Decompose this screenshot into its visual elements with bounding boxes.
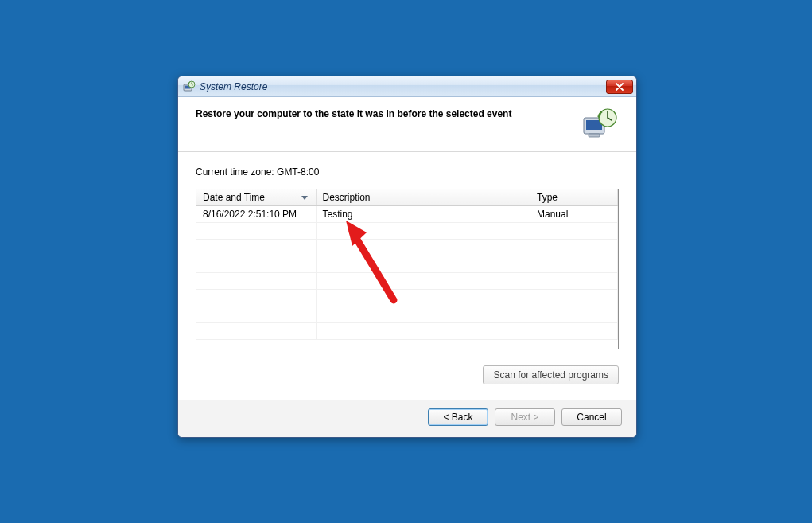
timezone-label: Current time zone: GMT-8:00 xyxy=(196,166,619,178)
svg-rect-6 xyxy=(589,134,600,137)
table-row-empty: . xyxy=(196,273,618,290)
system-restore-icon xyxy=(183,80,196,93)
wizard-header: Restore your computer to the state it wa… xyxy=(178,97,636,152)
table-row-empty: . xyxy=(196,240,618,256)
cell-datetime: 8/16/2022 2:51:10 PM xyxy=(196,206,316,223)
back-button[interactable]: < Back xyxy=(428,408,488,426)
window-title: System Restore xyxy=(200,81,606,92)
table-row[interactable]: 8/16/2022 2:51:10 PM Testing Manual xyxy=(196,206,618,223)
column-header-type[interactable]: Type xyxy=(530,189,618,206)
table-row-empty: . xyxy=(196,323,618,340)
table-row-empty: . xyxy=(196,256,618,273)
cell-description: Testing xyxy=(316,206,530,223)
table-row-empty: . xyxy=(196,290,618,306)
column-header-description[interactable]: Description xyxy=(316,189,530,206)
titlebar[interactable]: System Restore xyxy=(178,76,636,97)
column-header-datetime-label: Date and Time xyxy=(203,192,265,203)
column-header-description-label: Description xyxy=(323,192,371,203)
sort-descending-icon xyxy=(301,191,308,202)
close-icon xyxy=(615,83,624,91)
scan-affected-programs-button[interactable]: Scan for affected programs xyxy=(483,365,619,384)
table-row-empty: . xyxy=(196,306,618,323)
table-row-empty: . xyxy=(196,223,618,240)
cancel-button[interactable]: Cancel xyxy=(561,408,622,426)
wizard-heading: Restore your computer to the state it wa… xyxy=(196,107,569,119)
svg-marker-9 xyxy=(301,196,308,200)
column-header-datetime[interactable]: Date and Time xyxy=(196,189,316,206)
close-button[interactable] xyxy=(606,80,633,94)
next-button: Next > xyxy=(495,408,555,426)
system-restore-hero-icon xyxy=(582,107,619,140)
wizard-body: Current time zone: GMT-8:00 Date and Tim… xyxy=(178,152,636,400)
restore-points-table[interactable]: Date and Time Description Type xyxy=(196,189,619,349)
system-restore-window: System Restore Restore your computer to … xyxy=(177,76,637,438)
wizard-footer: < Back Next > Cancel xyxy=(178,400,636,437)
column-header-type-label: Type xyxy=(537,192,558,203)
cell-type: Manual xyxy=(530,206,618,223)
